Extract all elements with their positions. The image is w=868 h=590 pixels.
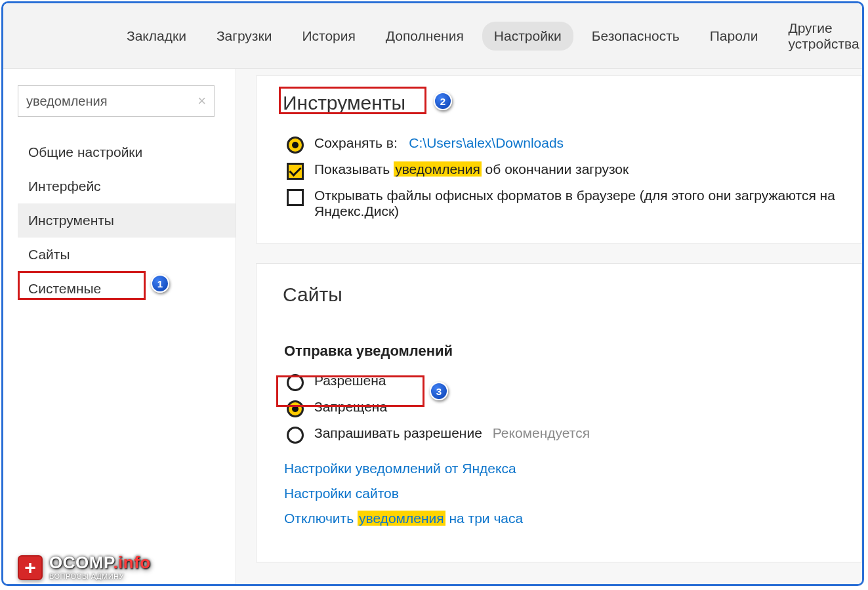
section-sites: Сайты Отправка уведомлений Разрешена Зап… [256, 263, 862, 562]
radio-ask[interactable] [287, 427, 304, 444]
sidebar-item-general[interactable]: Общие настройки [18, 135, 236, 169]
mute-highlight: уведомления [358, 511, 445, 526]
label-denied: Запрещена [314, 399, 387, 415]
logo-tld: .info [113, 553, 150, 572]
tab-bookmarks[interactable]: Закладки [115, 22, 198, 51]
label-ask: Запрашивать разрешение [314, 425, 482, 440]
notify-prefix: Показывать [314, 161, 394, 177]
notify-denied: Запрещена [280, 395, 838, 421]
checkbox-download-notify[interactable] [287, 163, 304, 180]
option-download-notify: Показывать уведомления об окончании загр… [280, 158, 838, 184]
plus-icon: + [18, 555, 43, 580]
notification-links: Настройки уведомлений от Яндекса Настрой… [280, 461, 838, 526]
tab-other-devices[interactable]: Другие устройства [776, 14, 864, 58]
sidebar-item-tools[interactable]: Инструменты [18, 203, 236, 238]
settings-search[interactable]: × [18, 85, 215, 117]
mute-prefix: Отключить [284, 511, 358, 526]
radio-denied[interactable] [287, 400, 304, 417]
tab-settings[interactable]: Настройки [482, 22, 573, 51]
annotation-badge-3: 3 [430, 382, 448, 400]
link-yandex-notify[interactable]: Настройки уведомлений от Яндекса [284, 461, 838, 476]
clear-icon[interactable]: × [197, 93, 206, 110]
sidebar-item-interface[interactable]: Интерфейс [18, 169, 236, 203]
tab-addons[interactable]: Дополнения [374, 22, 476, 51]
sites-heading: Сайты [280, 282, 345, 307]
label-ask-hint: Рекомендуется [493, 425, 590, 440]
sidebar-item-system[interactable]: Системные [18, 272, 236, 306]
tab-history[interactable]: История [290, 22, 367, 51]
mute-suffix: на три часа [445, 511, 524, 526]
annotation-badge-2: 2 [434, 92, 452, 110]
settings-main: Инструменты 2 Сохранять в: C:\Users\alex… [236, 69, 862, 584]
logo-brand: OCOMP [49, 553, 113, 572]
option-open-office: Открывать файлы офисных форматов в брауз… [280, 184, 838, 223]
radio-save-to[interactable] [287, 137, 304, 154]
notify-subheading: Отправка уведомлений [284, 343, 838, 360]
top-tabs: Закладки Загрузки История Дополнения Нас… [3, 3, 862, 69]
notify-ask: Запрашивать разрешение Рекомендуется [280, 421, 838, 448]
link-site-settings[interactable]: Настройки сайтов [284, 486, 838, 501]
tab-security[interactable]: Безопасность [580, 22, 692, 51]
tab-passwords[interactable]: Пароли [698, 22, 770, 51]
label-allowed: Разрешена [314, 373, 386, 389]
annotation-badge-1: 1 [151, 274, 169, 293]
save-to-path[interactable]: C:\Users\alex\Downloads [409, 135, 564, 150]
checkbox-open-office[interactable] [287, 189, 304, 206]
save-to-label: Сохранять в: [314, 135, 398, 150]
tab-downloads[interactable]: Загрузки [205, 22, 284, 51]
logo-tagline: ВОПРОСЫ АДМИНУ [49, 572, 151, 580]
notify-highlight: уведомления [394, 161, 482, 177]
settings-sidebar: × Общие настройки Интерфейс Инструменты … [3, 69, 236, 584]
option-save-to: Сохранять в: C:\Users\alex\Downloads [280, 131, 838, 158]
watermark-logo: + OCOMP.info ВОПРОСЫ АДМИНУ [18, 555, 151, 580]
notify-suffix: об окончании загрузок [482, 161, 629, 177]
section-tools: Инструменты 2 Сохранять в: C:\Users\alex… [256, 75, 862, 243]
radio-allowed[interactable] [287, 374, 304, 391]
open-office-label: Открывать файлы офисных форматов в брауз… [314, 188, 838, 219]
sidebar-item-sites[interactable]: Сайты [18, 238, 236, 272]
link-mute-3h[interactable]: Отключить уведомления на три часа [284, 511, 838, 526]
tools-heading: Инструменты [280, 91, 408, 116]
search-input[interactable] [26, 94, 197, 109]
notify-allowed: Разрешена [280, 369, 838, 395]
